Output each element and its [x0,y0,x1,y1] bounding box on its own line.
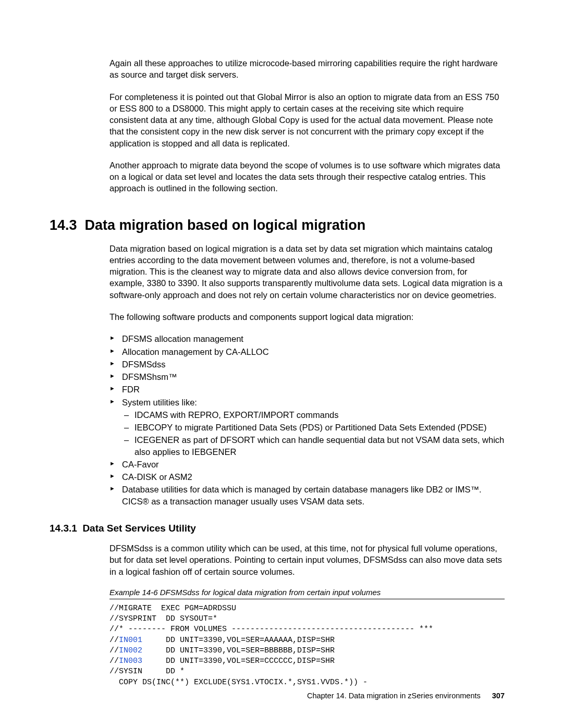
list-item: CA-DISK or ASM2 [109,471,505,483]
section-title: Data migration based on logical migratio… [85,217,366,233]
code-line: //SYSPRINT DD SYSOUT=* [109,614,217,623]
bullet-list: DFSMS allocation management Allocation m… [109,333,505,507]
code-highlight: IN003 [119,657,142,665]
code-highlight: IN002 [119,646,142,655]
code-highlight: IN001 [119,636,142,645]
example-rule [109,599,505,599]
sub-list-item: ICEGENER as part of DFSORT which can han… [122,434,505,458]
list-item: Database utilities for data which is man… [109,484,505,507]
page-footer: Chapter 14. Data migration in zSeries en… [307,692,505,700]
code-line-prefix: // [109,636,119,645]
sub-list: IDCAMS with REPRO, EXPORT/IMPORT command… [122,409,505,458]
code-line-prefix: // [109,646,119,655]
example-caption: Example 14-6 DFSMSdss for logical data m… [109,588,505,597]
list-item: CA-Favor [109,459,505,470]
body-paragraph: The following software products and comp… [109,311,505,323]
subsection-heading: 14.3.1 Data Set Services Utility [50,523,505,534]
body-paragraph: For completeness it is pointed out that … [109,91,505,149]
code-line: COPY DS(INC(**) EXCLUDE(SYS1.VTOCIX.*,SY… [109,678,368,687]
code-line-suffix: DD UNIT=3390,VOL=SER=BBBBBB,DISP=SHR [142,646,335,655]
code-block: //MIGRATE EXEC PGM=ADRDSSU //SYSPRINT DD… [109,603,505,688]
code-line: //* -------- FROM VOLUMES --------------… [109,625,433,634]
code-line-suffix: DD UNIT=3390,VOL=SER=AAAAAA,DISP=SHR [142,636,335,645]
section-number: 14.3 [50,217,77,233]
list-item: Allocation management by CA-ALLOC [109,346,505,357]
code-line-suffix: DD UNIT=3390,VOL=SER=CCCCCC,DISP=SHR [142,657,335,665]
body-paragraph: DFSMSdss is a common utility which can b… [109,542,505,577]
list-item: FDR [109,384,505,395]
sub-list-item: IEBCOPY to migrate Partitioned Data Sets… [122,422,505,433]
list-item: DFSMS allocation management [109,333,505,344]
subsection-number: 14.3.1 [50,523,77,534]
subsection-title: Data Set Services Utility [82,523,196,534]
section-heading: 14.3 Data migration based on logical mig… [50,217,505,233]
code-line-prefix: // [109,657,119,665]
list-item: System utilities like: IDCAMS with REPRO… [109,397,505,458]
body-paragraph: Again all these approaches to utilize mi… [109,57,505,81]
list-item: DFSMSdss [109,359,505,370]
body-paragraph: Another approach to migrate data beyond … [109,159,505,194]
sub-list-item: IDCAMS with REPRO, EXPORT/IMPORT command… [122,409,505,421]
body-paragraph: Data migration based on logical migratio… [109,243,505,301]
code-line: //MIGRATE EXEC PGM=ADRDSSU [109,604,236,613]
footer-chapter: Chapter 14. Data migration in zSeries en… [307,692,481,700]
list-item-label: System utilities like: [122,398,197,407]
list-item: DFSMShsm™ [109,371,505,382]
code-line: //SYSIN DD * [109,667,185,676]
footer-page-number: 307 [492,692,505,700]
